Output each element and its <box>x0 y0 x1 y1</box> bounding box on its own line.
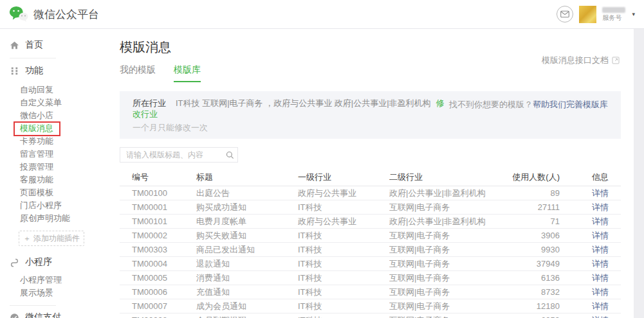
wechat-logo-icon <box>9 6 28 22</box>
search-input[interactable] <box>120 150 222 159</box>
account-avatar[interactable] <box>579 6 596 23</box>
detail-link[interactable]: 详情 <box>592 188 609 198</box>
detail-link[interactable]: 详情 <box>592 216 609 226</box>
sidebar-item-display-scene[interactable]: 展示场景 <box>0 287 105 299</box>
table-row: TM00101 电费月度帐单 政府与公共事业 政府|公共事业|非盈利机构 71 … <box>120 215 621 229</box>
industry-info: 所在行业IT科技 互联网|电子商务 ，政府与公共事业 政府|公共事业|非盈利机构… <box>133 98 449 133</box>
features-sub-list: 自动回复 自定义菜单 微信小店 模版消息 卡券功能 留言管理 投票管理 客服功能… <box>0 84 105 225</box>
page-background-gutter <box>634 29 644 318</box>
sidebar-divider <box>10 58 56 58</box>
cell-id: TM00001 <box>120 200 196 215</box>
home-icon <box>10 40 19 50</box>
sidebar-item-home[interactable]: 首页 <box>0 39 105 51</box>
plus-icon: ＋ <box>23 233 31 244</box>
cell-title: 会员到期提醒 <box>196 314 298 318</box>
col-header-users: 使用人数(人) <box>499 168 560 186</box>
template-table: 编号 标题 一级行业 二级行业 使用人数(人) 信息 TM00100 出庭公告 … <box>120 168 621 318</box>
col-header-id: 编号 <box>120 168 196 186</box>
cell-industry2: 互联网|电子商务 <box>389 314 499 318</box>
sidebar-item-wechat-pay[interactable]: 微信支付 <box>0 312 105 318</box>
sidebar-item-features[interactable]: 功能 <box>0 65 105 76</box>
app-title: 微信公众平台 <box>33 7 99 22</box>
sidebar-item-template-message[interactable]: 模版消息 <box>0 122 105 135</box>
cell-id: TM00100 <box>120 186 196 200</box>
envelope-icon <box>560 10 569 18</box>
cell-title: 购买失败通知 <box>196 229 298 243</box>
cell-industry1: IT科技 <box>298 299 389 314</box>
cell-users: 8732 <box>499 285 560 299</box>
cell-id: TM00008 <box>120 314 196 318</box>
col-header-industry2: 二级行业 <box>389 168 499 186</box>
detail-link[interactable]: 详情 <box>592 273 609 283</box>
sidebar-item-auto-reply[interactable]: 自动回复 <box>0 84 105 96</box>
table-row: TM00100 出庭公告 政府与公共事业 政府|公共事业|非盈利机构 89 详情 <box>120 186 621 200</box>
cell-industry2: 政府|公共事业|非盈利机构 <box>389 215 499 229</box>
detail-link[interactable]: 详情 <box>592 245 609 254</box>
detail-link[interactable]: 详情 <box>592 202 609 212</box>
cell-users: 12180 <box>499 299 560 314</box>
tab-template-library[interactable]: 模版库 <box>174 64 201 82</box>
table-row: TM00006 充值通知 IT科技 互联网|电子商务 8732 详情 <box>120 285 621 299</box>
cell-id: TM00303 <box>120 243 196 257</box>
detail-link[interactable]: 详情 <box>592 259 609 269</box>
industry-notice-bar: 所在行业IT科技 互联网|电子商务 ，政府与公共事业 政府|公共事业|非盈利机构… <box>120 91 621 139</box>
tab-my-templates[interactable]: 我的模版 <box>120 64 156 82</box>
table-row: TM00005 消费通知 IT科技 互联网|电子商务 6136 详情 <box>120 271 621 285</box>
wechat-pay-icon <box>10 313 19 318</box>
sidebar-item-store-miniprogram[interactable]: 门店小程序 <box>0 199 105 212</box>
magnifier-icon <box>226 151 234 159</box>
sidebar-item-custom-menu[interactable]: 自定义菜单 <box>0 96 105 109</box>
sidebar-item-customer-service[interactable]: 客服功能 <box>0 173 105 186</box>
industry-note: 一个月只能修改一次 <box>133 123 449 133</box>
cell-industry2: 互联网|电子商务 <box>389 243 499 257</box>
cell-industry1: 政府与公共事业 <box>298 186 389 200</box>
top-bar: 微信公众平台 服务号 ▾ <box>0 0 644 29</box>
sidebar-item-card-coupon[interactable]: 卡券功能 <box>0 135 105 148</box>
cell-title: 消费通知 <box>196 271 298 285</box>
sidebar-item-miniprogram-mgmt[interactable]: 小程序管理 <box>0 274 105 287</box>
add-plugin-button[interactable]: ＋ 添加功能插件 <box>19 231 84 246</box>
sidebar-item-comment-mgmt[interactable]: 留言管理 <box>0 148 105 161</box>
cell-users: 27111 <box>499 200 560 215</box>
tab-bar: 我的模版 模版库 <box>120 64 621 82</box>
search-button[interactable] <box>222 151 237 159</box>
cell-id: TM00005 <box>120 271 196 285</box>
cell-industry2: 互联网|电子商务 <box>389 285 499 299</box>
detail-link[interactable]: 详情 <box>592 301 609 311</box>
cell-id: TM00007 <box>120 299 196 314</box>
cell-users: 3906 <box>499 229 560 243</box>
detail-link[interactable]: 详情 <box>592 231 609 240</box>
table-row: TM00001 购买成功通知 IT科技 互联网|电子商务 27111 详情 <box>120 200 621 215</box>
main-content: 模版消息 模版消息接口文档 我的模版 模版库 所在行业IT科技 互联网|电子商务… <box>105 29 634 318</box>
cell-industry2: 互联网|电子商务 <box>389 299 499 314</box>
page-title: 模版消息 <box>120 38 621 56</box>
mail-button[interactable] <box>557 6 573 22</box>
app-logo[interactable]: 微信公众平台 <box>9 6 99 22</box>
cell-title: 充值通知 <box>196 285 298 299</box>
sidebar: 首页 功能 自动回复 自定义菜单 微信小店 模版消息 <box>0 29 105 318</box>
sidebar-item-page-template[interactable]: 页面模板 <box>0 186 105 199</box>
improve-library-link[interactable]: 帮助我们完善模版库 <box>533 100 608 109</box>
chevron-down-icon[interactable]: ▾ <box>632 11 635 17</box>
cell-title: 退款通知 <box>196 257 298 271</box>
sidebar-item-miniprogram[interactable]: 小程序 <box>0 256 105 268</box>
sidebar-item-vote-mgmt[interactable]: 投票管理 <box>0 161 105 173</box>
table-header-row: 编号 标题 一级行业 二级行业 使用人数(人) 信息 <box>120 168 621 186</box>
cell-id: TM00004 <box>120 257 196 271</box>
table-row: TM00303 商品已发出通知 IT科技 互联网|电子商务 9930 详情 <box>120 243 621 257</box>
sidebar-item-wechat-store[interactable]: 微信小店 <box>0 109 105 122</box>
api-doc-link[interactable]: 模版消息接口文档 <box>542 55 620 66</box>
cell-industry2: 互联网|电子商务 <box>389 200 499 215</box>
account-info[interactable]: 服务号 <box>602 7 625 21</box>
cell-industry1: IT科技 <box>298 200 389 215</box>
cell-industry2: 互联网|电子商务 <box>389 271 499 285</box>
template-help: 找不到你想要的模版？帮助我们完善模版库 <box>449 99 608 133</box>
cell-industry2: 互联网|电子商务 <box>389 257 499 271</box>
col-header-title: 标题 <box>196 168 298 186</box>
detail-link[interactable]: 详情 <box>592 315 609 318</box>
detail-link[interactable]: 详情 <box>592 287 609 297</box>
miniprogram-sub-list: 小程序管理 展示场景 <box>0 274 105 299</box>
table-row: TM00004 退款通知 IT科技 互联网|电子商务 37949 详情 <box>120 257 621 271</box>
sidebar-item-original-statement[interactable]: 原创声明功能 <box>0 212 105 225</box>
account-area: 服务号 ▾ <box>557 6 635 23</box>
